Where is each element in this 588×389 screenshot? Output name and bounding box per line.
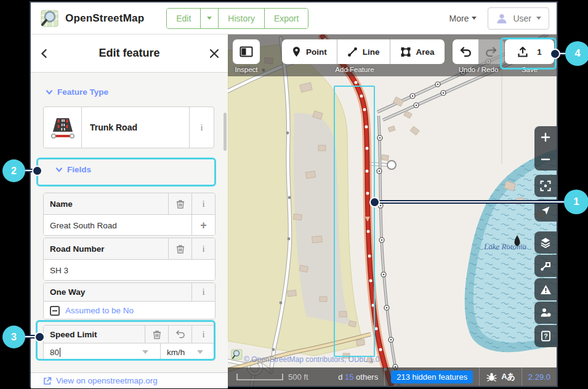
- panel-title: Edit feature: [58, 47, 201, 60]
- redo-button[interactable]: [478, 39, 504, 64]
- field-road-number-remove-button[interactable]: [168, 238, 191, 259]
- warning-icon: [540, 284, 552, 295]
- edit-dropdown-button[interactable]: [201, 9, 219, 28]
- trunk-road-icon: [49, 114, 76, 140]
- save-button[interactable]: 1: [505, 39, 554, 64]
- export-button[interactable]: Export: [265, 9, 308, 28]
- user-label: User: [513, 14, 531, 23]
- layers-button[interactable]: [534, 231, 557, 254]
- speed-unit-select[interactable]: km/h: [161, 343, 215, 361]
- user-menu-button[interactable]: User: [488, 7, 549, 30]
- version-label[interactable]: 2.29.0: [528, 372, 550, 382]
- map-canvas[interactable]: Lake Rotoma © OpenStreetMap contributors…: [228, 34, 557, 386]
- divider: [384, 367, 385, 386]
- callout-dot-4: [551, 50, 559, 58]
- layers-icon: [540, 237, 551, 248]
- view-on-osm-link[interactable]: View on openstreetmap.org: [43, 376, 158, 385]
- more-label: More: [449, 14, 469, 23]
- more-menu[interactable]: More: [449, 14, 477, 23]
- sidebar-scrollbar[interactable]: [224, 113, 227, 151]
- svg-text:?: ?: [544, 332, 547, 340]
- bug-report-icon[interactable]: [486, 372, 497, 382]
- close-icon: [209, 48, 220, 59]
- edit-button[interactable]: Edit: [167, 9, 201, 28]
- chevron-down-icon: [46, 89, 53, 96]
- line-label: Line: [363, 47, 380, 57]
- callout-badge-3: 3: [2, 326, 25, 348]
- panel-footer: View on openstreetmap.org: [31, 372, 228, 388]
- undo-button[interactable]: [453, 39, 478, 64]
- divider: [522, 367, 522, 386]
- feature-type-info-button[interactable]: i: [189, 107, 214, 148]
- add-point-button[interactable]: Point: [282, 39, 337, 64]
- line-icon: [347, 47, 358, 57]
- map-vertex-node[interactable]: [387, 161, 396, 169]
- zoom-to-selection-button[interactable]: [534, 175, 557, 197]
- panel-header: Edit feature: [31, 34, 228, 73]
- feature-type-card[interactable]: Trunk Road i: [43, 106, 214, 148]
- chevron-down-icon: [207, 17, 212, 20]
- history-button[interactable]: History: [219, 9, 265, 28]
- fields-section-toggle[interactable]: Fields: [55, 165, 91, 174]
- field-one-way-info-button[interactable]: i: [191, 283, 215, 301]
- undo-redo-label: Undo / Redo: [449, 66, 507, 73]
- field-road-number-info-button[interactable]: i: [191, 238, 215, 259]
- feature-type-section-toggle[interactable]: Feature Type: [46, 87, 108, 97]
- close-button[interactable]: [201, 40, 228, 67]
- add-area-button[interactable]: Area: [390, 39, 445, 64]
- add-feature-group: Point Line: [282, 39, 445, 64]
- issues-button[interactable]: [534, 278, 557, 300]
- back-button[interactable]: [31, 40, 58, 67]
- field-speed-limit-info-button[interactable]: i: [191, 326, 215, 343]
- add-feature-label: Add Feature: [282, 66, 427, 73]
- chevron-left-icon: [38, 47, 50, 60]
- field-name-remove-button[interactable]: [168, 193, 191, 214]
- scale-label: 500 ft: [288, 372, 308, 382]
- map-status-bar: 500 ft d 15 others 213 hidden features: [228, 367, 557, 386]
- contributors-text: d 15 others: [338, 372, 378, 382]
- inspect-sidebar-icon: [240, 46, 253, 57]
- info-icon: i: [202, 287, 204, 297]
- speed-limit-value: 80: [50, 348, 59, 357]
- main-nav-buttons: Edit History Export: [166, 8, 308, 29]
- zoom-in-button[interactable]: [534, 126, 557, 148]
- field-speed-limit-remove-button[interactable]: [145, 326, 168, 343]
- location-arrow-icon: [541, 206, 550, 215]
- translate-icon[interactable]: Aあ: [501, 371, 515, 382]
- field-road-number-input[interactable]: SH 3: [44, 260, 215, 281]
- feature-type-name: Trunk Road: [82, 107, 189, 148]
- callout-line-1: [374, 200, 565, 204]
- field-speed-limit-undo-button[interactable]: [168, 326, 191, 343]
- map-data-button[interactable]: [534, 255, 557, 277]
- field-name-input[interactable]: Great South Road: [44, 215, 191, 236]
- inspect-button[interactable]: [233, 39, 260, 64]
- add-line-button[interactable]: Line: [337, 39, 390, 64]
- field-one-way: One Way i Assumed to be No: [43, 283, 215, 319]
- trash-icon: [176, 244, 185, 254]
- field-one-way-label: One Way: [44, 283, 191, 301]
- hidden-features-button[interactable]: 213 hidden features: [391, 371, 473, 383]
- point-label: Point: [306, 47, 327, 57]
- divider: [479, 367, 480, 386]
- speed-limit-input[interactable]: 80: [44, 343, 161, 361]
- point-icon: [292, 46, 301, 57]
- zoom-out-button[interactable]: [534, 148, 557, 170]
- avatar-icon: [496, 12, 508, 25]
- field-one-way-value[interactable]: Assumed to be No: [44, 302, 215, 319]
- top-navigation: OpenStreetMap Edit History Export More: [31, 2, 557, 34]
- info-icon: i: [202, 199, 204, 209]
- one-way-checkbox-indeterminate[interactable]: [50, 306, 60, 316]
- field-name: Name i Great South Road +: [43, 193, 215, 236]
- help-button[interactable]: ?: [534, 325, 557, 347]
- field-name-add-language-button[interactable]: +: [191, 215, 215, 236]
- info-icon: i: [200, 122, 203, 133]
- plus-icon: [541, 132, 550, 142]
- field-road-number: Road Number i SH 3: [43, 238, 215, 281]
- info-icon: i: [202, 244, 204, 254]
- field-name-info-button[interactable]: i: [191, 193, 215, 214]
- user-settings-icon: [540, 307, 552, 318]
- map-toolbar: Inspect Point: [228, 34, 557, 76]
- zoom-to-selection-icon: [540, 180, 551, 191]
- preferences-button[interactable]: [534, 302, 557, 324]
- openstreetmap-logo-icon: [39, 8, 60, 29]
